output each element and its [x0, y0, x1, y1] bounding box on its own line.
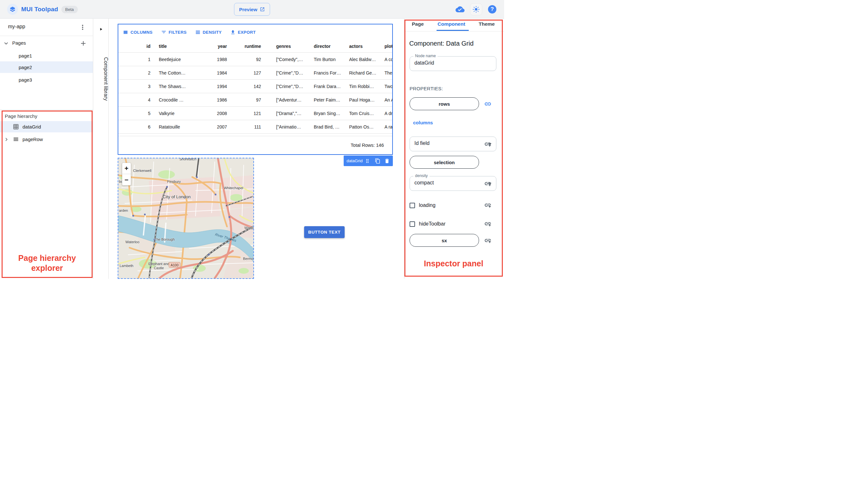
filters-button-label: FILTERS [169, 30, 187, 35]
cell-actors: Patton Os… [345, 124, 381, 129]
selection-property-button[interactable]: selection [409, 156, 479, 169]
hierarchy-item-datagrid[interactable]: dataGrid [0, 121, 93, 132]
map-place-label: Wapping [244, 226, 253, 230]
node-name-field[interactable]: Node name dataGrid [409, 56, 496, 71]
loading-checkbox-row[interactable]: loading [409, 201, 487, 209]
cell-genres: ["Drama","… [276, 111, 310, 116]
add-binding-icon[interactable] [484, 220, 492, 227]
zoom-out-button[interactable]: − [122, 174, 131, 185]
density-value: compact [414, 180, 434, 186]
add-binding-icon[interactable] [484, 140, 492, 148]
column-header[interactable]: title [154, 44, 211, 49]
drag-handle-icon[interactable] [365, 158, 370, 164]
column-header[interactable]: genres [276, 44, 310, 49]
datagrid-header-row: id title year runtime genres director ac… [118, 40, 392, 53]
hierarchy-item-label: dataGrid [23, 124, 41, 129]
road-badge: A100 [169, 262, 180, 268]
hierarchy-item-pagerow[interactable]: pageRow [0, 134, 93, 145]
add-binding-icon[interactable] [484, 180, 492, 187]
pages-label: Pages [12, 40, 26, 45]
sidebar-item-page2[interactable]: page2 [0, 61, 93, 73]
cell-director: Bryan Sing… [310, 111, 345, 116]
cell-runtime: 97 [227, 97, 261, 102]
grid-horizontal-scrollbar[interactable] [118, 134, 392, 136]
cell-plot: The [381, 70, 392, 75]
help-icon: ? [488, 5, 496, 13]
sidebar-divider [0, 109, 93, 110]
tab-theme[interactable]: Theme [479, 21, 495, 27]
cell-id: 3 [118, 84, 154, 89]
cell-director: Peter Faim… [310, 97, 345, 102]
cell-actors: Richard Ge… [345, 70, 381, 75]
cell-genres: ["Crime","D… [276, 84, 310, 89]
columns-property-link[interactable]: columns [413, 120, 433, 125]
cloud-sync-status-button[interactable] [454, 3, 466, 15]
id-field-value: Id field [414, 140, 430, 146]
canvas-button-component[interactable]: BUTTON TEXT [304, 226, 345, 238]
cell-actors: Tim Robbi… [345, 84, 381, 89]
expand-panel-arrow-icon[interactable] [99, 27, 103, 31]
selection-chip-label: dataGrid [346, 158, 363, 163]
node-name-value: dataGrid [414, 60, 434, 66]
cell-year: 1988 [211, 57, 227, 62]
component-library-label[interactable]: Component library [93, 37, 108, 121]
density-select[interactable]: density compact [409, 176, 496, 191]
add-binding-icon[interactable] [484, 201, 492, 209]
preview-button[interactable]: Preview [234, 3, 270, 16]
map-tiles: Clerkenwell Finsbury Whitechapel City of… [118, 158, 253, 278]
map-component[interactable]: Clerkenwell Finsbury Whitechapel City of… [118, 158, 254, 279]
delete-component-icon[interactable] [384, 158, 390, 164]
map-zoom-control: + − [122, 163, 131, 185]
columns-button[interactable]: COLUMNS [123, 30, 153, 35]
help-button[interactable]: ? [486, 3, 498, 15]
chevron-down-icon[interactable] [3, 40, 10, 47]
page-item-label: page2 [19, 65, 32, 70]
table-row[interactable]: 1 Beetlejuice 1988 92 ["Comedy",… Tim Bu… [118, 53, 392, 66]
column-header[interactable]: plot [381, 44, 392, 49]
add-binding-icon[interactable] [484, 237, 492, 244]
chevron-right-icon[interactable] [3, 136, 10, 142]
column-header[interactable]: runtime [227, 44, 261, 49]
density-button-label: DENSITY [203, 30, 222, 35]
hidetoolbar-checkbox-row[interactable]: hideToolbar [409, 220, 487, 228]
column-header[interactable]: id [118, 44, 154, 49]
datagrid-component[interactable]: COLUMNS FILTERS DENSITY EXPORT id title … [118, 24, 393, 155]
hidetoolbar-checkbox[interactable] [409, 221, 415, 227]
filters-button[interactable]: FILTERS [161, 30, 187, 35]
cell-actors: Paul Hoga… [345, 97, 381, 102]
cell-title: Beetlejuice [154, 57, 211, 62]
view-columns-icon [123, 30, 128, 35]
table-row[interactable]: 6 Ratatouille 2007 111 ["Animatio… Brad … [118, 120, 392, 134]
loading-checkbox[interactable] [409, 203, 415, 208]
datagrid-selection-chip: dataGrid [344, 156, 393, 166]
sidebar-item-page1[interactable]: page1 [0, 50, 93, 61]
sx-property-button[interactable]: sx [409, 234, 479, 247]
column-header[interactable]: director [310, 44, 345, 49]
project-menu-kebab-icon[interactable] [79, 24, 87, 31]
export-button[interactable]: EXPORT [230, 30, 256, 35]
tab-component[interactable]: Component [437, 21, 465, 27]
add-page-button[interactable] [80, 39, 87, 47]
cell-title: The Shaws… [154, 84, 211, 89]
cell-year: 2008 [211, 111, 227, 116]
tab-page[interactable]: Page [412, 21, 424, 27]
duplicate-component-icon[interactable] [375, 158, 381, 164]
cell-id: 4 [118, 97, 154, 102]
table-row[interactable]: 3 The Shaws… 1994 142 ["Crime","D… Frank… [118, 80, 392, 93]
theme-toggle-button[interactable] [470, 3, 482, 15]
table-row[interactable]: 4 Crocodile … 1986 97 ["Adventur… Peter … [118, 93, 392, 107]
binding-link-icon[interactable] [484, 100, 492, 108]
column-header[interactable]: year [211, 44, 227, 49]
sidebar-item-page3[interactable]: page3 [0, 74, 93, 86]
cell-id: 6 [118, 124, 154, 129]
table-row[interactable]: 5 Valkyrie 2008 121 ["Drama","… Bryan Si… [118, 107, 392, 120]
map-place-label: Finsbury [167, 180, 181, 184]
map-place-label: Clerkenwell [133, 169, 151, 172]
rows-property-button[interactable]: rows [409, 97, 479, 110]
density-button[interactable]: DENSITY [195, 30, 222, 35]
id-field-select[interactable]: Id field [409, 136, 496, 151]
map-place-label: Bermondse [243, 257, 253, 261]
column-header[interactable]: actors [345, 44, 381, 49]
table-row[interactable]: 2 The Cotton… 1984 127 ["Crime","D… Fran… [118, 66, 392, 80]
zoom-in-button[interactable]: + [122, 163, 131, 174]
